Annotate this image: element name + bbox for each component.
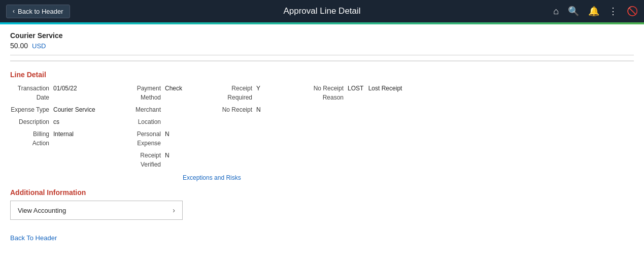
personal-expense-value: N xyxy=(165,129,170,139)
header-section: Courier Service 50.00 USD xyxy=(10,31,634,55)
no-receipt-reason-label: No ReceiptReason xyxy=(304,84,348,102)
receipt-required-label: ReceiptRequired xyxy=(213,84,256,102)
back-to-header-button[interactable]: ‹ Back to Header xyxy=(6,5,70,18)
footer: Back To Header xyxy=(10,227,634,242)
detail-col-3: ReceiptRequired Y No Receipt N xyxy=(213,84,304,169)
main-content: Courier Service 50.00 USD Line Detail Tr… xyxy=(0,24,644,260)
additional-information-section: Additional Information View Accounting › xyxy=(10,188,634,220)
back-button-label: Back to Header xyxy=(18,8,63,15)
navbar: ‹ Back to Header Approval Line Detail ⌂ … xyxy=(0,0,644,22)
lost-description: Lost Receipt xyxy=(368,85,402,92)
no-receipt-value: N xyxy=(256,105,261,114)
additional-info-title: Additional Information xyxy=(10,188,634,197)
search-icon[interactable]: 🔍 xyxy=(568,6,579,17)
transaction-date-value: 01/05/22 xyxy=(53,84,77,93)
exceptions-and-risks-link[interactable]: Exceptions and Risks xyxy=(183,174,241,181)
more-options-icon[interactable]: ⋮ xyxy=(608,6,618,17)
line-detail-title: Line Detail xyxy=(10,71,634,79)
chevron-right-icon: › xyxy=(173,206,175,214)
receipt-required-row: ReceiptRequired Y xyxy=(213,84,304,102)
detail-col-2: PaymentMethod Check Merchant Location Pe… xyxy=(122,84,213,169)
lost-code: LOST xyxy=(348,85,363,92)
transaction-date-row: TransactionDate 01/05/22 xyxy=(10,84,122,102)
bell-icon[interactable]: 🔔 xyxy=(588,6,599,17)
billing-action-value: Internal xyxy=(53,129,74,139)
receipt-verified-row: ReceiptVerified N xyxy=(122,151,213,169)
payment-method-row: PaymentMethod Check xyxy=(122,84,213,102)
amount-row: 50.00 USD xyxy=(10,42,634,50)
expense-type-row: Expense Type Courier Service xyxy=(10,105,122,114)
no-receipt-reason-value: LOST Lost Receipt xyxy=(348,84,402,93)
description-value: cs xyxy=(53,117,59,126)
location-row: Location xyxy=(122,117,213,126)
receipt-verified-label: ReceiptVerified xyxy=(122,151,165,169)
no-receipt-row: No Receipt N xyxy=(213,105,304,114)
detail-columns: TransactionDate 01/05/22 Expense Type Co… xyxy=(10,84,634,169)
view-accounting-button[interactable]: View Accounting › xyxy=(10,201,183,220)
billing-action-label: BillingAction xyxy=(10,129,53,148)
view-accounting-label: View Accounting xyxy=(18,207,66,214)
expense-type-label: Expense Type xyxy=(10,105,53,114)
description-row: Description cs xyxy=(10,117,122,126)
exceptions-area: Exceptions and Risks xyxy=(183,171,634,181)
home-icon[interactable]: ⌂ xyxy=(553,6,559,17)
detail-col-4: No ReceiptReason LOST Lost Receipt xyxy=(304,84,634,169)
service-name: Courier Service xyxy=(10,31,634,40)
payment-method-value: Check xyxy=(165,84,182,93)
description-label: Description xyxy=(10,117,53,126)
receipt-verified-value: N xyxy=(165,151,170,160)
amount-value: 50.00 xyxy=(10,42,28,50)
location-label: Location xyxy=(122,117,165,126)
merchant-row: Merchant xyxy=(122,105,213,114)
receipt-required-value: Y xyxy=(256,84,260,93)
chevron-left-icon: ‹ xyxy=(13,8,15,15)
expense-type-value: Courier Service xyxy=(53,105,95,114)
no-receipt-reason-row: No ReceiptReason LOST Lost Receipt xyxy=(304,84,634,102)
currency-label: USD xyxy=(32,42,46,50)
back-to-header-link[interactable]: Back To Header xyxy=(10,234,57,242)
line-detail-section: Line Detail TransactionDate 01/05/22 Exp… xyxy=(10,60,634,181)
page-title: Approval Line Detail xyxy=(283,6,360,16)
merchant-label: Merchant xyxy=(122,105,165,114)
billing-action-row: BillingAction Internal xyxy=(10,129,122,148)
no-entry-icon[interactable]: 🚫 xyxy=(627,6,638,17)
transaction-date-label: TransactionDate xyxy=(10,84,53,102)
personal-expense-row: PersonalExpense N xyxy=(122,129,213,148)
payment-method-label: PaymentMethod xyxy=(122,84,165,102)
navbar-icons: ⌂ 🔍 🔔 ⋮ 🚫 xyxy=(553,6,638,17)
no-receipt-label: No Receipt xyxy=(213,105,256,114)
detail-col-1: TransactionDate 01/05/22 Expense Type Co… xyxy=(10,84,122,169)
personal-expense-label: PersonalExpense xyxy=(122,129,165,148)
